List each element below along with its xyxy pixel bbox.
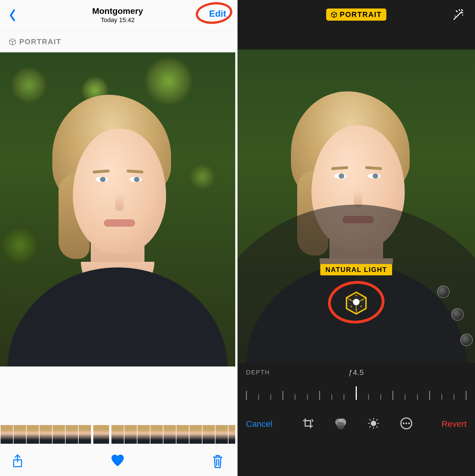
favorite-button[interactable]	[110, 453, 125, 470]
more-button[interactable]	[400, 417, 413, 431]
delete-button[interactable]	[211, 454, 224, 470]
editor-preview[interactable]: NATURAL LIGHT	[238, 50, 475, 363]
editor-toolbar: Cancel	[238, 408, 475, 439]
depth-value: ƒ4.5	[349, 368, 364, 377]
magic-wand-icon	[452, 8, 465, 22]
lighting-mode-label: NATURAL LIGHT	[320, 264, 392, 275]
depth-control: DEPTH ƒ4.5	[238, 363, 475, 408]
depth-label: DEPTH	[246, 369, 270, 376]
viewer-toolbar	[0, 448, 235, 476]
adjust-dial-icon	[367, 417, 380, 430]
revert-button[interactable]: Revert	[442, 419, 467, 429]
portrait-tag-label: PORTRAIT	[19, 37, 61, 46]
svg-point-14	[371, 421, 376, 426]
thumbnail[interactable]	[53, 425, 65, 444]
svg-marker-10	[312, 421, 314, 422]
svg-point-24	[403, 423, 404, 424]
thumbnail[interactable]	[137, 425, 150, 444]
share-button[interactable]	[11, 454, 24, 470]
crop-rotate-icon	[301, 417, 314, 430]
svg-point-26	[408, 423, 410, 424]
svg-point-1	[455, 16, 456, 17]
lighting-option[interactable]	[460, 334, 473, 346]
svg-point-4	[350, 299, 351, 301]
thumbnail[interactable]	[163, 425, 176, 444]
photo-viewer-pane: Montgomery Today 15:42 Edit PORTRAIT	[0, 0, 235, 476]
svg-point-5	[362, 299, 363, 301]
thumbnail[interactable]	[176, 425, 189, 444]
title-block: Montgomery Today 15:42	[0, 6, 235, 24]
svg-point-13	[337, 422, 344, 429]
photo-editor-pane: PORTRAIT NATURAL LIGHT	[238, 0, 475, 476]
svg-point-2	[462, 14, 463, 16]
thumbnail-scrubber[interactable]	[0, 425, 235, 445]
thumbnail[interactable]	[1, 425, 13, 444]
editor-header: PORTRAIT	[238, 0, 475, 50]
thumbnail[interactable]	[14, 425, 26, 444]
cube-icon	[8, 38, 16, 46]
portrait-mode-tag: PORTRAIT	[0, 31, 235, 52]
thumbnail[interactable]	[111, 425, 124, 444]
photo-preview[interactable]	[0, 52, 235, 366]
depth-slider[interactable]	[246, 386, 467, 400]
thumbnail[interactable]	[27, 425, 39, 444]
portrait-subject	[0, 52, 235, 366]
lighting-option[interactable]	[451, 308, 464, 321]
lighting-mode-selected[interactable]	[343, 290, 369, 316]
svg-line-20	[376, 426, 377, 427]
lighting-option[interactable]	[437, 286, 450, 298]
svg-point-6	[351, 306, 352, 307]
edit-button[interactable]: Edit	[209, 8, 226, 19]
svg-point-25	[405, 423, 407, 424]
album-title: Montgomery	[0, 6, 235, 16]
chevron-left-icon	[8, 8, 16, 22]
crop-button[interactable]	[301, 417, 314, 431]
thumbnail[interactable]	[228, 425, 235, 444]
filters-icon	[334, 417, 347, 430]
svg-line-19	[369, 419, 370, 421]
viewer-header: Montgomery Today 15:42 Edit	[0, 0, 235, 31]
thumbnail[interactable]	[215, 425, 228, 444]
thumbnail-current[interactable]	[93, 425, 109, 444]
svg-point-7	[360, 306, 362, 307]
lighting-cube-icon	[343, 290, 369, 316]
portrait-badge-label: PORTRAIT	[340, 10, 382, 19]
photo-timestamp: Today 15:42	[0, 16, 235, 24]
lighting-dial[interactable]	[238, 205, 475, 363]
ellipsis-circle-icon	[400, 417, 413, 430]
trash-icon	[211, 454, 224, 469]
cube-icon	[331, 11, 338, 18]
svg-line-21	[369, 426, 370, 427]
svg-point-8	[356, 295, 357, 296]
thumbnail[interactable]	[124, 425, 137, 444]
svg-point-9	[356, 309, 357, 310]
cancel-button[interactable]: Cancel	[246, 419, 272, 429]
thumbnail[interactable]	[79, 425, 91, 444]
pane-divider	[235, 0, 238, 476]
thumbnail[interactable]	[189, 425, 202, 444]
thumbnail[interactable]	[66, 425, 78, 444]
thumbnail[interactable]	[150, 425, 163, 444]
back-button[interactable]	[8, 8, 16, 24]
filters-button[interactable]	[334, 417, 347, 431]
portrait-badge[interactable]: PORTRAIT	[326, 8, 387, 21]
heart-icon	[110, 453, 125, 467]
depth-slider-handle[interactable]	[356, 386, 357, 400]
thumbnail[interactable]	[40, 425, 52, 444]
share-icon	[11, 454, 24, 469]
svg-point-3	[353, 299, 360, 305]
thumbnail[interactable]	[202, 425, 215, 444]
svg-line-22	[376, 419, 377, 421]
adjust-button[interactable]	[367, 417, 380, 431]
